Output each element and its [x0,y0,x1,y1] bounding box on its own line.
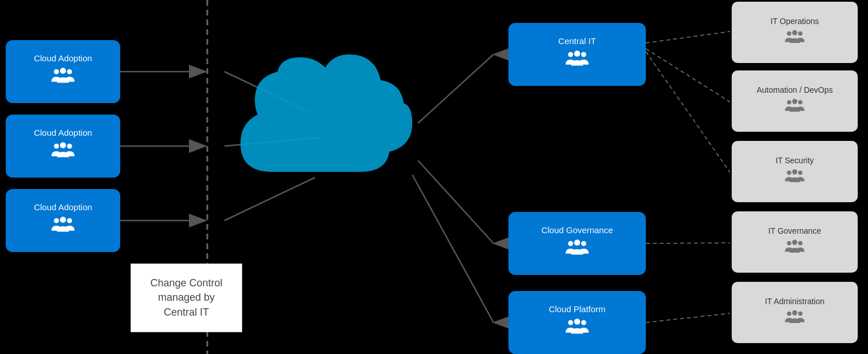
people-icon-1 [50,66,76,90]
cloud-adoption-1-label: Cloud Adoption [34,53,92,63]
change-control-text: Change Controlmanaged byCentral IT [150,276,222,320]
svg-marker-16 [189,139,207,153]
svg-line-12 [646,52,730,172]
svg-point-51 [787,311,792,316]
svg-point-44 [798,100,803,104]
it-security-label: IT Security [776,156,814,165]
svg-point-32 [581,52,586,57]
people-icon-administration [784,309,806,329]
cloud-shape [223,46,418,203]
cloud-platform-label: Cloud Platform [549,304,605,314]
cloud-adoption-box-2: Cloud Adoption [6,115,120,178]
people-icon-platform [565,317,590,341]
it-security-box: IT Security [732,141,858,202]
svg-marker-17 [189,214,207,227]
svg-point-49 [792,239,798,245]
svg-point-34 [574,239,581,246]
svg-point-31 [574,50,581,57]
people-icon-it-governance [784,239,806,258]
svg-line-8 [418,160,494,243]
automation-devops-box: Automation / DevOps [732,70,858,132]
svg-point-50 [798,241,803,245]
it-administration-label: IT Administration [765,297,824,306]
svg-point-38 [581,320,586,325]
svg-point-45 [787,170,792,175]
svg-point-41 [798,31,803,36]
svg-point-23 [67,69,72,74]
svg-point-39 [787,31,792,36]
svg-point-26 [67,144,72,149]
people-icon-it-operations [784,29,806,49]
svg-point-29 [67,218,72,223]
central-it-label: Central IT [558,36,596,46]
diagram: Cloud Adoption Cloud Adoption [0,0,868,354]
central-it-box: Central IT [508,23,646,86]
it-governance-box: IT Governance [732,211,858,273]
cloud-adoption-box-3: Cloud Adoption [6,189,120,252]
people-icon-automation [784,98,806,117]
svg-point-48 [787,241,792,245]
svg-point-22 [60,68,66,74]
svg-line-13 [646,243,730,243]
svg-point-43 [792,99,798,104]
people-icon-security [784,168,806,188]
cloud-governance-box: Cloud Governance [508,212,646,275]
svg-point-27 [54,218,59,223]
svg-point-47 [798,170,803,175]
people-icon-2 [50,141,76,164]
svg-point-25 [60,142,66,148]
svg-point-33 [568,241,573,246]
svg-point-52 [792,310,798,315]
svg-point-53 [798,311,803,316]
cloud-adoption-3-label: Cloud Adoption [34,202,92,212]
svg-point-46 [792,169,798,174]
svg-line-9 [412,175,494,322]
svg-point-24 [54,144,59,149]
change-control-text-box: Change Controlmanaged byCentral IT [131,263,242,332]
svg-point-30 [568,52,573,57]
cloud-adoption-2-label: Cloud Adoption [34,128,92,137]
svg-point-21 [54,69,59,74]
svg-line-10 [646,32,730,43]
it-administration-box: IT Administration [732,282,858,343]
automation-devops-label: Automation / DevOps [756,85,833,95]
svg-marker-15 [189,65,207,78]
svg-point-36 [568,320,573,325]
it-operations-label: IT Operations [771,17,819,26]
svg-line-14 [646,313,730,322]
people-icon-central-it [565,49,590,73]
svg-line-11 [646,49,730,102]
svg-point-35 [581,241,586,246]
svg-point-40 [792,30,798,35]
svg-point-37 [574,318,581,325]
people-icon-3 [50,215,76,239]
people-icon-governance [565,238,590,262]
svg-line-7 [418,54,494,123]
cloud-adoption-box-1: Cloud Adoption [6,40,120,103]
it-operations-box: IT Operations [732,2,858,63]
it-governance-label: IT Governance [768,226,821,235]
svg-point-28 [60,217,66,223]
cloud-platform-box: Cloud Platform [508,291,646,354]
svg-point-42 [787,100,792,104]
cloud-governance-label: Cloud Governance [541,225,613,235]
